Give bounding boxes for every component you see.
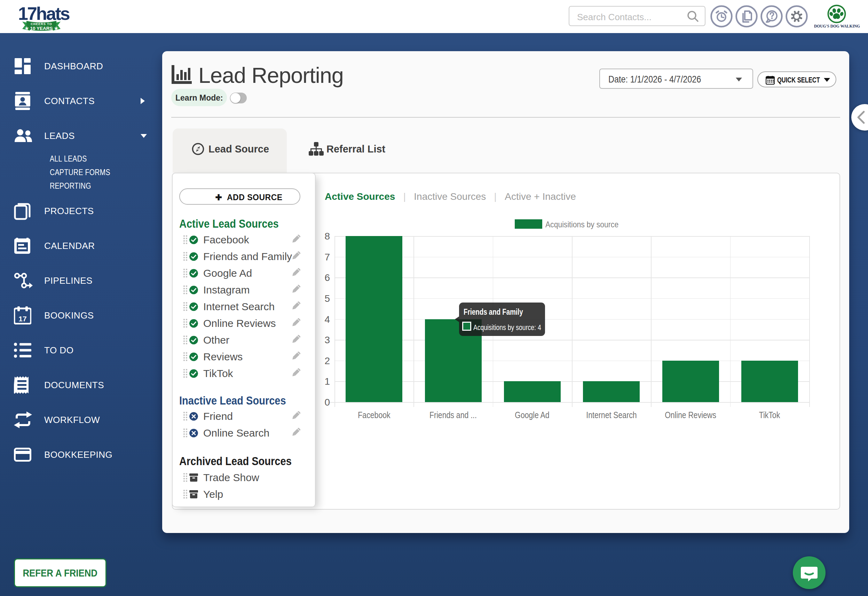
svg-text:★ 10 YEARS ★: ★ 10 YEARS ★ xyxy=(25,26,59,31)
svg-text:17: 17 xyxy=(18,315,27,323)
svg-text:CHEERS TO: CHEERS TO xyxy=(31,22,52,26)
svg-text:17hats: 17hats xyxy=(18,3,69,24)
